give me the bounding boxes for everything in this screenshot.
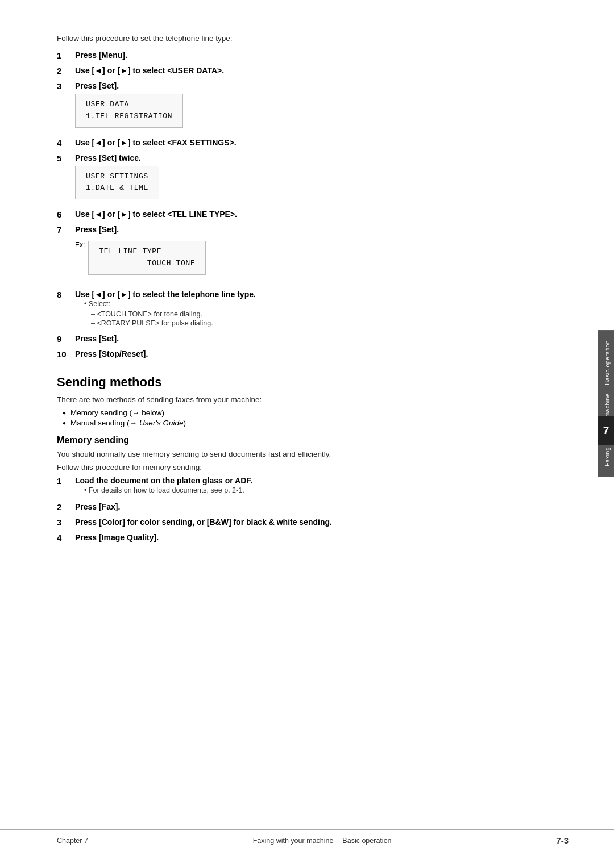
mem-step-3: 3 Press [Color] for color sending, or [B…	[57, 518, 569, 527]
footer: Chapter 7 Faxing with your machine —Basi…	[0, 829, 614, 845]
step-6-text: Use [◄] or [►] to select <TEL LINE TYPE>…	[75, 210, 569, 219]
step-8-note: • Select:	[84, 300, 569, 308]
step-1-text: Press [Menu].	[75, 51, 569, 60]
step-10-text: Press [Stop/Reset].	[75, 349, 569, 358]
mem-step-3-number: 3	[57, 518, 75, 527]
step-5: 5 Press [Set] twice. USER SETTINGS1.DATE…	[57, 153, 569, 205]
mem-step-4: 4 Press [Image Quality].	[57, 533, 569, 542]
side-tab: Faxing with your machine —Basic operatio…	[598, 330, 614, 477]
step-5-text: Press [Set] twice.	[75, 153, 569, 162]
step-7: 7 Press [Set]. Ex: TEL LINE TYPE TOUCH T…	[57, 225, 569, 284]
bullet-item-2: Manual sending (→ User's Guide)	[63, 419, 569, 427]
step-3-number: 3	[57, 81, 75, 91]
step-9-text: Press [Set].	[75, 334, 569, 343]
step-8-text: Use [◄] or [►] to select the telephone l…	[75, 290, 569, 299]
step-2: 2 Use [◄] or [►] to select <USER DATA>.	[57, 66, 569, 76]
bullet-text-1: Memory sending (→ below)	[70, 408, 164, 417]
footer-chapter: Chapter 7	[57, 837, 88, 845]
step-9-number: 9	[57, 334, 75, 344]
ex-label: Ex:	[75, 241, 85, 249]
mem-step-1: 1 Load the document on the platen glass …	[57, 476, 569, 496]
lcd-display-1: USER DATA1.TEL REGISTRATION	[75, 94, 183, 128]
step-7-number: 7	[57, 225, 75, 235]
step-3-text: Press [Set].	[75, 81, 569, 90]
step-6-number: 6	[57, 210, 75, 219]
step-3: 3 Press [Set]. USER DATA1.TEL REGISTRATI…	[57, 81, 569, 132]
step-2-number: 2	[57, 66, 75, 76]
step-7-text: Press [Set].	[75, 225, 569, 234]
mem-step-2: 2 Press [Fax].	[57, 502, 569, 512]
step-10-number: 10	[57, 349, 75, 359]
section-bullet-list: Memory sending (→ below) Manual sending …	[63, 408, 569, 427]
lcd-display-3: TEL LINE TYPE TOUCH TONE	[88, 241, 206, 275]
step-4-number: 4	[57, 138, 75, 148]
step-10: 10 Press [Stop/Reset].	[57, 349, 569, 359]
step-4-text: Use [◄] or [►] to select <FAX SETTINGS>.	[75, 138, 569, 147]
chapter-number-tab: 7	[598, 416, 614, 445]
step-8: 8 Use [◄] or [►] to select the telephone…	[57, 290, 569, 328]
step-8-number: 8	[57, 290, 75, 299]
footer-page-number: 7-3	[556, 836, 569, 845]
subsection-procedure-intro: Follow this procedure for memory sending…	[57, 463, 569, 471]
mem-step-4-number: 4	[57, 533, 75, 542]
ex-row: Ex: TEL LINE TYPE TOUCH TONE	[75, 237, 569, 279]
step-1-number: 1	[57, 51, 75, 60]
intro-text: Follow this procedure to set the telepho…	[57, 34, 569, 43]
section-intro: There are two methods of sending faxes f…	[57, 395, 569, 404]
step-6: 6 Use [◄] or [►] to select <TEL LINE TYP…	[57, 210, 569, 219]
mem-step-2-number: 2	[57, 502, 75, 512]
side-tab-text: Faxing with your machine —Basic operatio…	[604, 340, 611, 466]
step-1: 1 Press [Menu].	[57, 51, 569, 60]
step-8-note-2: – <ROTARY PULSE> for pulse dialing.	[91, 319, 569, 327]
mem-step-1-text: Load the document on the platen glass or…	[75, 476, 569, 485]
step-9: 9 Press [Set].	[57, 334, 569, 344]
subsection-intro: You should normally use memory sending t…	[57, 450, 569, 458]
mem-step-1-number: 1	[57, 476, 75, 486]
step-8-note-1: – <TOUCH TONE> for tone dialing.	[91, 310, 569, 318]
step-4: 4 Use [◄] or [►] to select <FAX SETTINGS…	[57, 138, 569, 148]
mem-step-3-text: Press [Color] for color sending, or [B&W…	[75, 518, 569, 527]
lcd-display-2: USER SETTINGS1.DATE & TIME	[75, 166, 159, 200]
footer-center: Faxing with your machine —Basic operatio…	[253, 837, 392, 845]
mem-step-1-note: • For details on how to load documents, …	[84, 486, 569, 494]
bullet-item-1: Memory sending (→ below)	[63, 408, 569, 417]
chapter-number: 7	[603, 424, 609, 436]
mem-step-2-text: Press [Fax].	[75, 502, 569, 511]
page: Follow this procedure to set the telepho…	[0, 0, 614, 868]
step-5-number: 5	[57, 153, 75, 163]
subsection-heading: Memory sending	[57, 435, 569, 445]
bullet-text-2: Manual sending (→ User's Guide)	[70, 419, 186, 427]
mem-step-4-text: Press [Image Quality].	[75, 533, 569, 542]
step-2-text: Use [◄] or [►] to select <USER DATA>.	[75, 66, 569, 75]
section-heading: Sending methods	[57, 375, 569, 390]
